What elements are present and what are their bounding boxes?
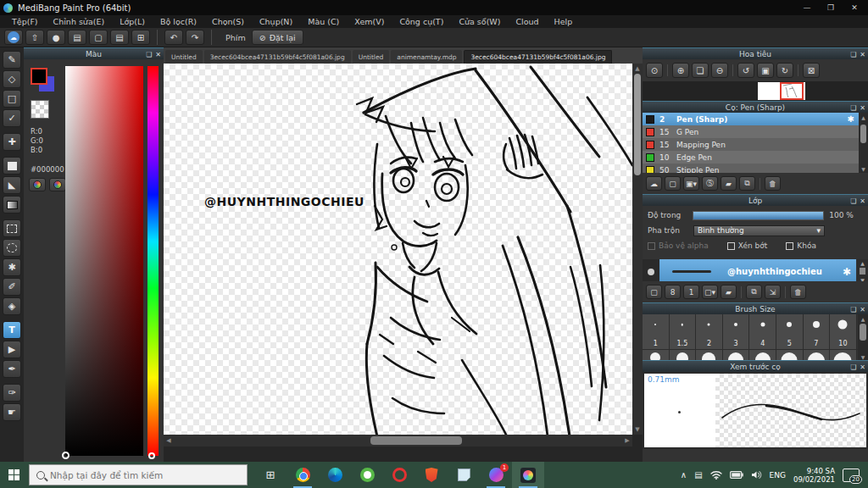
lock-checkbox[interactable]: Khóa — [786, 241, 816, 250]
magic-wand-tool[interactable]: ✱ — [3, 258, 21, 276]
close-icon[interactable]: ✕ — [860, 306, 865, 313]
brush-size-cell[interactable] — [670, 350, 697, 360]
blend-mode-dropdown[interactable]: Bình thường ▾ — [693, 225, 825, 236]
brush-size-cell[interactable] — [776, 350, 804, 360]
popout-icon[interactable]: ❏ — [146, 51, 152, 58]
popout-icon[interactable]: ❏ — [850, 51, 856, 58]
menu-color[interactable]: Màu (C) — [301, 16, 346, 27]
draw-pen-tool[interactable]: ✒ — [3, 360, 21, 378]
tray-tablet-icon[interactable]: ▤ — [694, 470, 702, 480]
publish-button[interactable]: ⇧ — [25, 30, 44, 45]
tab-jpg-2-active[interactable]: 3ecec604bcea47131b59bf4c5f081a06.jpg — [464, 50, 612, 64]
brush-size-2[interactable]: 2 — [696, 314, 723, 349]
brush-cloud-download-button[interactable]: ☁ — [646, 176, 662, 191]
sv-cursor[interactable] — [62, 452, 70, 459]
brush-size-5[interactable]: 5 — [776, 314, 804, 349]
saturation-value-picker[interactable] — [65, 66, 143, 456]
menu-view[interactable]: Xem(V) — [348, 16, 391, 27]
move-tool[interactable]: ✚ — [3, 133, 21, 151]
scroll-thumb[interactable] — [860, 324, 866, 341]
add-brush-image-button[interactable]: ▣▾ — [683, 176, 699, 191]
search-input[interactable] — [50, 470, 228, 480]
close-icon[interactable]: ✕ — [860, 104, 865, 112]
brush-size-cell[interactable] — [749, 350, 776, 360]
scroll-left-arrow[interactable]: ◀ — [164, 435, 174, 446]
menu-snap[interactable]: Chụp(N) — [253, 16, 299, 27]
canvas-vertical-scrollbar[interactable]: ▲ ▼ — [632, 64, 643, 435]
brush-size-10[interactable]: 10 — [830, 314, 857, 349]
select-eraser-tool[interactable]: ◈ — [3, 297, 21, 315]
menu-window[interactable]: Cửa sổ(W) — [452, 16, 507, 27]
brush-folder-button[interactable]: ▰ — [721, 176, 737, 191]
chat-button[interactable]: ▤ — [68, 30, 86, 45]
fit-screen-button[interactable]: ❏ — [692, 63, 709, 78]
hue-cursor[interactable] — [148, 452, 155, 459]
tray-clock[interactable]: 9:40 SA 09/02/2021 — [793, 467, 835, 484]
scroll-up-arrow[interactable]: ▲ — [859, 113, 868, 121]
cloud-save-button[interactable]: ☁ — [4, 30, 23, 45]
layer-visibility-toggle[interactable] — [643, 259, 659, 284]
eyedropper-tool[interactable]: ✑ — [3, 384, 21, 402]
tab-untitled-1[interactable]: Untitled — [165, 50, 203, 64]
reset-keys-button[interactable]: ⊘ Đặt lại — [252, 30, 303, 45]
select-pen-tool[interactable]: ✐ — [3, 278, 21, 296]
scroll-down-arrow[interactable]: ▼ — [859, 164, 868, 173]
zoom-in-button[interactable]: ⊕ — [672, 63, 689, 78]
palette-add-button[interactable] — [49, 178, 66, 191]
canvas-horizontal-scrollbar[interactable]: ◀ ▶ — [164, 435, 632, 446]
brush-size-7[interactable]: 7 — [804, 314, 831, 349]
brush-row-stipple-pen[interactable]: 50 Stipple Pen — [643, 164, 868, 173]
lasso-tool[interactable] — [3, 239, 21, 257]
bucket-tool[interactable]: ◣ — [3, 176, 21, 194]
brush-tool[interactable]: ✎ — [3, 51, 21, 69]
material-button[interactable]: ⊞ — [131, 30, 150, 45]
navigator-view-rectangle[interactable] — [780, 82, 804, 100]
document-button[interactable]: ▢ — [89, 30, 108, 45]
add-1bit-layer-button[interactable]: 1 — [683, 285, 699, 299]
text-tool[interactable]: T — [3, 321, 21, 339]
popout-icon[interactable]: ❏ — [850, 363, 856, 371]
operation-tool[interactable]: ▶ — [3, 341, 21, 358]
close-icon[interactable]: ✕ — [155, 51, 161, 58]
tray-chevron-icon[interactable]: ∧ — [681, 470, 687, 480]
add-layer-menu-button[interactable]: ▢▾ — [702, 285, 718, 299]
figure-tool[interactable]: □ — [3, 90, 21, 108]
undo-button[interactable]: ↶ — [164, 30, 183, 45]
taskbar-search[interactable] — [29, 464, 248, 485]
redo-button[interactable]: ↷ — [186, 30, 204, 45]
brush-size-cell[interactable] — [830, 350, 857, 360]
speaker-icon[interactable] — [751, 470, 762, 480]
brush-row-g-pen[interactable]: 15 G Pen — [643, 125, 868, 138]
scroll-down-arrow[interactable]: ▼ — [632, 424, 643, 435]
eraser-tool[interactable]: ◇ — [3, 70, 21, 88]
scroll-up-arrow[interactable]: ▲ — [857, 259, 868, 267]
close-icon[interactable]: ✕ — [860, 51, 865, 58]
popout-icon[interactable]: ❏ — [850, 197, 856, 205]
brush-size-4[interactable]: 4 — [749, 314, 776, 349]
layer-row-selected[interactable]: @huynhthingochieu ✱ — [643, 259, 856, 284]
horizontal-scroll-thumb[interactable] — [370, 436, 462, 445]
start-button[interactable] — [0, 462, 29, 488]
brush-row-pen-sharp[interactable]: 2 Pen (Sharp) ✱ — [643, 113, 868, 125]
wifi-icon[interactable] — [710, 470, 722, 480]
snap-tool[interactable]: ✓ — [3, 109, 21, 127]
menu-edit[interactable]: Chỉnh sửa(E) — [47, 16, 112, 27]
delete-layer-button[interactable]: 🗑 — [790, 285, 806, 299]
scroll-right-arrow[interactable]: ▶ — [622, 435, 632, 446]
list-button[interactable]: ▤ — [110, 30, 129, 45]
taskbar-coccoc[interactable] — [351, 462, 383, 488]
add-8bit-layer-button[interactable]: 8 — [665, 285, 681, 299]
close-icon[interactable]: ✕ — [860, 197, 865, 205]
menu-filter[interactable]: Bộ lọc(R) — [153, 16, 203, 27]
rotate-right-button[interactable]: ↻ — [776, 63, 793, 78]
tab-jpg-1[interactable]: 3ecec604bcea47131b59bf4c5f081a06.jpg — [204, 50, 351, 64]
taskbar-sticky-notes[interactable] — [448, 462, 480, 488]
hand-tool[interactable]: ☛ — [3, 403, 21, 421]
add-brush-button[interactable]: ▢ — [665, 176, 681, 191]
scroll-up-arrow[interactable]: ▲ — [632, 64, 643, 74]
brush-size-cell[interactable] — [804, 350, 831, 360]
duplicate-layer-button[interactable]: ⧉ — [746, 285, 762, 299]
add-script-brush-button[interactable]: Ⓢ — [702, 176, 718, 191]
scroll-thumb[interactable] — [860, 268, 865, 274]
reset-rotation-button[interactable]: ▣ — [757, 63, 774, 78]
